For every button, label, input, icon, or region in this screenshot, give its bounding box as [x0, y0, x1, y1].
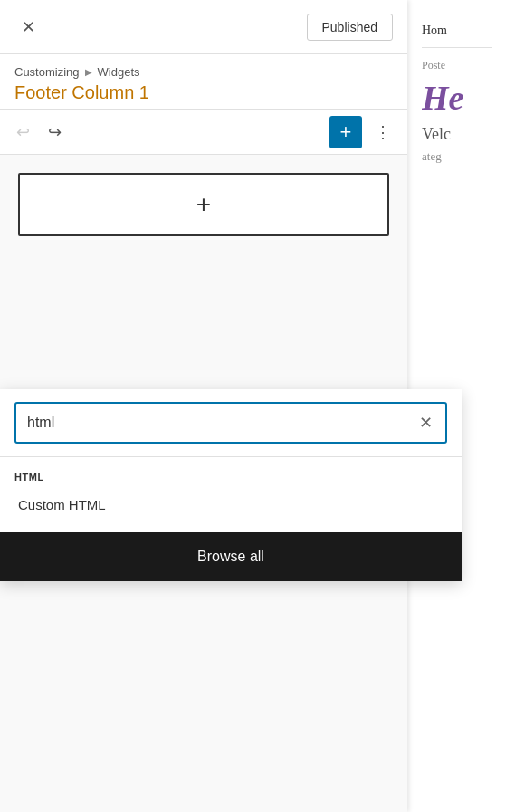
preview-nav: Hom: [422, 14, 492, 48]
search-input[interactable]: [27, 415, 417, 431]
add-widget-button[interactable]: +: [329, 116, 362, 148]
search-input-wrap: ✕: [0, 389, 462, 457]
add-widget-plus-icon: +: [196, 190, 211, 219]
close-button[interactable]: ✕: [14, 14, 42, 41]
undo-icon: ↩: [16, 122, 30, 142]
published-button[interactable]: Published: [307, 14, 394, 41]
preview-welcome: Velc: [422, 125, 492, 144]
more-options-button[interactable]: ⋮: [369, 117, 396, 148]
customizer-panel: ✕ Published Customizing ▶ Widgets Footer…: [0, 0, 407, 812]
preview-posted: Poste: [422, 59, 492, 72]
toolbar: ↩ ↪ + ⋮: [0, 110, 407, 155]
breadcrumb-area: Customizing ▶ Widgets Footer Column 1: [0, 54, 407, 110]
preview-heading: He: [422, 78, 492, 118]
breadcrumb-customizing[interactable]: Customizing: [14, 65, 80, 79]
browse-all-button[interactable]: Browse all: [0, 532, 462, 581]
breadcrumb-arrow-icon: ▶: [85, 67, 92, 77]
redo-button[interactable]: ↪: [43, 117, 67, 148]
undo-button[interactable]: ↩: [11, 117, 35, 148]
search-input-container: ✕: [14, 402, 447, 444]
breadcrumb: Customizing ▶ Widgets: [14, 65, 393, 79]
preview-categories: ateg: [422, 149, 492, 164]
results-area: HTML Custom HTML: [0, 457, 462, 520]
app-layout: ✕ Published Customizing ▶ Widgets Footer…: [0, 0, 506, 812]
preview-content: Hom Poste He Velc ateg: [407, 0, 506, 178]
add-widget-box[interactable]: +: [18, 173, 389, 236]
page-title: Footer Column 1: [14, 82, 393, 103]
clear-search-button[interactable]: ✕: [417, 411, 434, 435]
result-category-html: HTML: [14, 472, 447, 482]
result-item-custom-html[interactable]: Custom HTML: [14, 490, 447, 520]
top-bar: ✕ Published: [0, 0, 407, 54]
breadcrumb-widgets[interactable]: Widgets: [98, 65, 140, 79]
search-overlay: ✕ HTML Custom HTML Browse all: [0, 389, 462, 581]
redo-icon: ↪: [48, 122, 62, 142]
